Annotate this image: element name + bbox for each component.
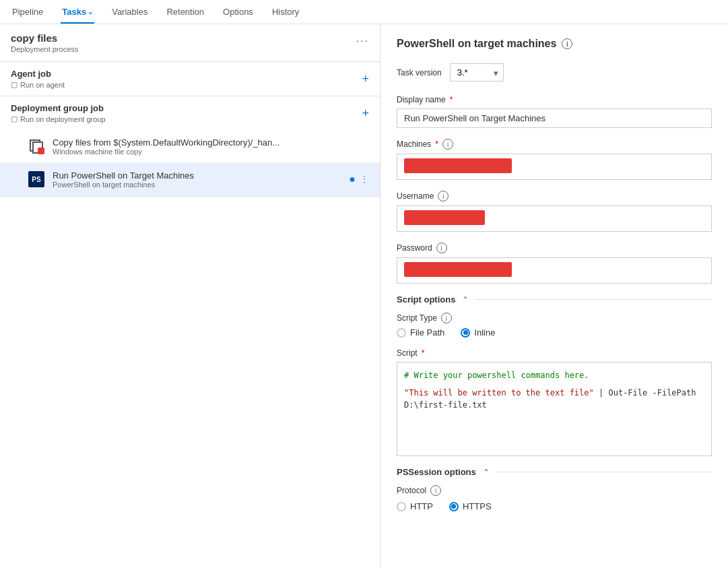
powershell-actions: ● ⋮ xyxy=(349,173,369,185)
machines-required: * xyxy=(435,139,438,149)
script-line-1: # Write your powershell commands here. xyxy=(404,369,704,381)
task-version-select-wrap[interactable]: 3.* 2.* 1.* xyxy=(450,63,504,82)
task-copy-files[interactable]: Copy files from $(System.DefaultWorkingD… xyxy=(0,130,380,163)
script-type-label: Script Type i xyxy=(397,313,712,323)
agent-job-header: Agent job ▢ Run on agent + xyxy=(0,62,380,96)
password-info-icon[interactable]: i xyxy=(436,243,447,253)
script-options-label: Script options xyxy=(397,294,455,305)
copy-files-icon xyxy=(27,137,46,156)
copy-files-desc: Windows machine file copy xyxy=(53,148,369,156)
script-line-2: "This will be written to the text file" … xyxy=(404,387,704,411)
script-type-group: Script Type i File Path Inline xyxy=(397,313,712,338)
password-redacted xyxy=(404,262,512,277)
task-version-row: Task version 3.* 2.* 1.* xyxy=(397,63,712,82)
https-option[interactable]: HTTPS xyxy=(449,501,492,511)
drag-handle-icon: ⋮ xyxy=(360,174,369,185)
nav-options[interactable]: Options xyxy=(222,0,255,24)
username-redacted xyxy=(404,210,485,225)
display-name-label-text: Display name xyxy=(397,95,446,104)
script-type-radio-group: File Path Inline xyxy=(397,327,712,338)
password-group: Password i xyxy=(397,243,712,284)
panel-title-text: PowerShell on target machines xyxy=(397,38,556,50)
deployment-icon: ▢ xyxy=(11,115,18,123)
file-path-label: File Path xyxy=(410,327,444,338)
title-info-icon[interactable]: i xyxy=(562,38,572,49)
check-circle-icon: ● xyxy=(349,173,356,185)
username-label: Username i xyxy=(397,191,712,201)
script-required: * xyxy=(422,348,425,358)
script-type-label-text: Script Type xyxy=(397,313,437,323)
script-options-line xyxy=(475,299,712,300)
agent-icon: ▢ xyxy=(11,80,18,89)
protocol-radio-group: HTTP HTTPS xyxy=(397,501,712,511)
display-name-required: * xyxy=(450,95,453,104)
https-radio[interactable] xyxy=(449,502,459,511)
protocol-info-icon[interactable]: i xyxy=(430,485,441,496)
task-run-powershell[interactable]: PS Run PowerShell on Target Machines Pow… xyxy=(0,163,380,196)
pipeline-title: copy files xyxy=(11,32,78,44)
file-path-radio[interactable] xyxy=(397,328,406,338)
username-info-icon[interactable]: i xyxy=(438,191,449,201)
nav-tasks[interactable]: Tasks ⌄ xyxy=(61,0,94,24)
deployment-group-subtitle-text: Run on deployment group xyxy=(20,115,106,123)
script-textarea[interactable]: # Write your powershell commands here. "… xyxy=(397,362,712,456)
pipeline-subtitle: Deployment process xyxy=(11,45,78,53)
nav-pipeline[interactable]: Pipeline xyxy=(11,0,44,24)
powershell-info: Run PowerShell on Target Machines PowerS… xyxy=(53,170,342,189)
deployment-group-header: Deployment group job ▢ Run on deployment… xyxy=(0,96,380,130)
ps-icon-box: PS xyxy=(28,171,44,187)
deployment-group-title: Deployment group job xyxy=(11,103,106,113)
pssession-options-divider: PSSession options ⌃ xyxy=(397,467,712,477)
inline-label: Inline xyxy=(474,327,495,338)
file-path-option[interactable]: File Path xyxy=(397,327,444,338)
password-label: Password i xyxy=(397,243,712,253)
copy-files-name: Copy files from $(System.DefaultWorkingD… xyxy=(53,137,369,148)
nav-tasks-label: Tasks xyxy=(62,7,86,17)
username-group: Username i xyxy=(397,191,712,232)
http-option[interactable]: HTTP xyxy=(397,501,433,511)
pssession-options-chevron-icon[interactable]: ⌃ xyxy=(483,468,490,477)
https-label: HTTPS xyxy=(463,501,492,511)
machines-label: Machines * i xyxy=(397,139,712,150)
http-radio[interactable] xyxy=(397,502,406,511)
agent-job-section: Agent job ▢ Run on agent + xyxy=(0,62,380,96)
display-name-input[interactable] xyxy=(397,108,712,128)
inline-option[interactable]: Inline xyxy=(461,327,495,338)
display-name-label: Display name * xyxy=(397,95,712,104)
password-label-text: Password xyxy=(397,243,432,253)
top-nav: Pipeline Tasks ⌄ Variables Retention Opt… xyxy=(0,0,728,24)
left-panel: copy files Deployment process ... Agent … xyxy=(0,24,380,568)
nav-history[interactable]: History xyxy=(271,0,300,24)
script-comment-text: # Write your powershell commands here. xyxy=(404,371,589,380)
http-label: HTTP xyxy=(410,501,433,511)
script-label-text: Script xyxy=(397,348,418,358)
display-name-group: Display name * xyxy=(397,95,712,128)
script-options-chevron-icon[interactable]: ⌃ xyxy=(462,295,469,305)
deployment-group-info: Deployment group job ▢ Run on deployment… xyxy=(11,103,106,123)
pssession-options-line xyxy=(496,472,712,472)
agent-job-add-button[interactable]: + xyxy=(362,72,369,86)
inline-radio-dot xyxy=(463,330,468,335)
nav-variables[interactable]: Variables xyxy=(110,0,149,24)
protocol-label: Protocol i xyxy=(397,485,712,496)
script-type-info-icon[interactable]: i xyxy=(441,313,452,323)
agent-job-subtitle: ▢ Run on agent xyxy=(11,80,65,89)
deployment-group-section: Deployment group job ▢ Run on deployment… xyxy=(0,96,380,197)
deployment-group-subtitle: ▢ Run on deployment group xyxy=(11,115,106,123)
inline-radio[interactable] xyxy=(461,328,470,338)
nav-retention[interactable]: Retention xyxy=(165,0,205,24)
machines-group: Machines * i xyxy=(397,139,712,180)
pssession-options-label: PSSession options xyxy=(397,467,476,477)
powershell-name: Run PowerShell on Target Machines xyxy=(53,170,342,181)
script-group: Script * # Write your powershell command… xyxy=(397,348,712,456)
powershell-icon: PS xyxy=(27,170,46,189)
task-version-select[interactable]: 3.* 2.* 1.* xyxy=(450,63,504,82)
pipeline-more-button[interactable]: ... xyxy=(356,32,369,44)
task-version-label: Task version xyxy=(397,68,442,77)
main-content: copy files Deployment process ... Agent … xyxy=(0,24,728,568)
right-panel: PowerShell on target machines i Task ver… xyxy=(380,24,728,568)
protocol-group: Protocol i HTTP HTTPS xyxy=(397,485,712,511)
deployment-group-add-button[interactable]: + xyxy=(362,106,369,121)
machines-redacted xyxy=(404,158,512,173)
machines-info-icon[interactable]: i xyxy=(442,139,453,150)
